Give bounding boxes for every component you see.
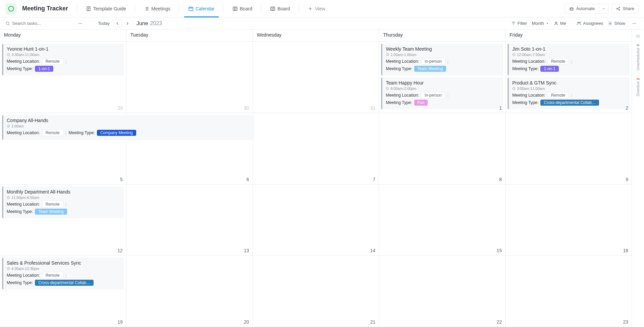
me-filter[interactable]: Me (554, 21, 566, 26)
svg-point-21 (635, 23, 636, 24)
share-button[interactable]: Share (611, 4, 639, 13)
clock-icon (7, 124, 10, 128)
date-number: 6 (247, 177, 249, 182)
tab-label: View (315, 6, 325, 11)
svg-point-17 (579, 22, 581, 23)
tag-type: Cross-departmental Collab… (540, 100, 599, 106)
chevron-left-icon (115, 21, 120, 26)
date-number: 1 (499, 105, 502, 111)
automate-button[interactable]: Automate (565, 4, 599, 14)
cal-cell[interactable]: Sales & Professional Services Sync 4:30a… (0, 256, 126, 327)
clock-icon (512, 87, 516, 90)
period-selector[interactable]: Month (532, 21, 549, 26)
svg-point-19 (633, 23, 633, 24)
cal-cell[interactable]: 15 (379, 184, 505, 256)
tag-type: Company Meeting (97, 130, 136, 136)
date-number: 31 (370, 105, 376, 111)
date-number: 22 (497, 319, 502, 325)
date-number: 16 (623, 248, 628, 253)
search-input[interactable] (12, 21, 59, 26)
collapse-icon[interactable] (635, 34, 641, 39)
cal-cell[interactable]: 30 (126, 42, 253, 113)
more-options[interactable] (76, 19, 85, 28)
event-jim-soto[interactable]: Jim Soto 1-on-1 12:00am-7:30am Meeting L… (507, 44, 630, 75)
cal-cell[interactable]: Monthly Department All-Hands 11:00pm-6:5… (0, 184, 126, 256)
tab-board-1[interactable]: Board (228, 0, 256, 17)
tab-template-guide[interactable]: Template Guide (82, 0, 130, 17)
svg-rect-2 (189, 7, 193, 11)
clock-icon (386, 87, 389, 90)
svg-point-16 (578, 22, 579, 23)
date-number: 7 (373, 177, 376, 182)
date-number: 15 (497, 248, 502, 253)
tab-label: Calendar (196, 6, 215, 11)
cal-cell[interactable]: Company All-Hands 1:00am Meeting Locatio… (0, 113, 126, 184)
person-icon (554, 21, 558, 26)
share-label: Share (623, 6, 634, 11)
svg-point-6 (571, 9, 571, 9)
cal-cell[interactable]: 8 (379, 113, 505, 184)
cal-cell[interactable]: 21 (253, 256, 379, 327)
clock-icon (7, 53, 10, 56)
date-number: 8 (499, 177, 502, 182)
event-gtm-sync[interactable]: Product & GTM Sync 3:00am-11:00am Meetin… (507, 77, 630, 109)
add-view[interactable]: View (304, 0, 329, 17)
date-number: 29 (117, 105, 123, 111)
assignees-filter[interactable]: Assignees (577, 21, 603, 26)
event-happy-hour[interactable]: Team Happy Hour 6:00am-2:00pm Meeting Lo… (381, 77, 503, 109)
overdue-panel[interactable]: Overdue 2 (636, 76, 640, 98)
cal-cell[interactable]: 31 (253, 42, 379, 113)
prev-button[interactable] (113, 19, 122, 28)
event-weekly-team[interactable]: Weekly Team Meeting 1:00am-1:00am Meetin… (381, 44, 503, 75)
svg-point-9 (619, 7, 620, 8)
cal-cell[interactable]: 9 (505, 113, 632, 184)
clock-icon (386, 53, 389, 56)
svg-point-15 (555, 22, 557, 23)
tag-type: Team Meeting (35, 209, 67, 215)
app-title: Meeting Tracker (22, 5, 68, 12)
event-all-hands[interactable]: Company All-Hands 1:00am Meeting Locatio… (2, 115, 254, 140)
board-icon (270, 6, 275, 11)
tag-type: Fun (414, 100, 428, 106)
tag-location: In-person (421, 58, 445, 65)
chevron-down-icon (602, 7, 606, 11)
date-number: 12 (117, 248, 123, 253)
event-dept-allhands[interactable]: Monthly Department All-Hands 11:00pm-6:5… (2, 186, 124, 218)
event-sales-sync[interactable]: Sales & Professional Services Sync 4:30a… (2, 258, 124, 289)
svg-point-14 (81, 23, 82, 24)
clock-icon (7, 196, 10, 199)
today-button[interactable]: Today (98, 21, 110, 26)
filter-button[interactable]: Filter (511, 21, 527, 26)
automate-dropdown[interactable] (599, 4, 609, 14)
tag-location: Remote (547, 92, 569, 99)
date-number: 13 (244, 248, 249, 253)
tab-calendar[interactable]: Calendar (184, 0, 219, 17)
dots-icon (632, 21, 637, 26)
cal-cell[interactable]: Jim Soto 1-on-1 12:00am-7:30am Meeting L… (505, 42, 632, 113)
cal-cell[interactable]: Weekly Team Meeting 1:00am-1:00am Meetin… (379, 42, 505, 113)
cal-cell[interactable]: 14 (253, 184, 379, 256)
tab-meetings[interactable]: Meetings (140, 0, 174, 17)
caret-down-icon (546, 22, 549, 25)
tag-type: Cross-departmental Collab… (35, 280, 94, 286)
cal-cell[interactable]: 7 (253, 113, 379, 184)
date-number: 14 (370, 248, 376, 253)
unscheduled-panel[interactable]: Unscheduled 0 (636, 42, 640, 72)
cal-cell[interactable]: 13 (126, 184, 253, 256)
date-number: 20 (244, 319, 249, 325)
list-icon (144, 6, 149, 11)
cal-cell[interactable]: 22 (379, 256, 505, 327)
cal-cell[interactable]: 23 (505, 256, 632, 327)
event-yvonne[interactable]: Yvonne Hunt 1-on-1 3:30am-11:00am Meetin… (2, 44, 124, 75)
next-button[interactable] (123, 19, 132, 28)
cal-cell[interactable]: 16 (505, 184, 632, 256)
tab-board-2[interactable]: Board (266, 0, 294, 17)
cal-cell[interactable]: Yvonne Hunt 1-on-1 3:30am-11:00am Meetin… (0, 42, 126, 113)
cal-cell[interactable]: 20 (126, 256, 253, 327)
filter-icon (511, 21, 516, 26)
toolbar-more[interactable] (630, 19, 639, 28)
svg-point-13 (80, 23, 80, 24)
svg-point-10 (619, 9, 620, 10)
tag-location: Remote (42, 272, 63, 279)
show-button[interactable]: Show (608, 21, 625, 26)
